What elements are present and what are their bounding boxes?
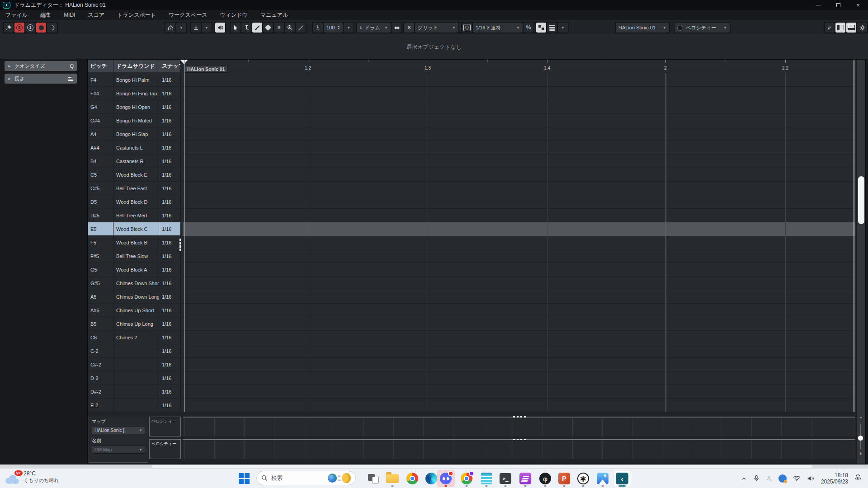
pin-icon[interactable]: [4, 23, 14, 33]
taskbar-app-chatgpt[interactable]: ∗: [574, 470, 592, 487]
taskbar-app-chrome-profile[interactable]: [458, 470, 476, 487]
menu-ウィンドウ[interactable]: ウィンドウ: [220, 11, 247, 19]
search-box[interactable]: 検索 ⇐⇐: [256, 471, 356, 485]
drum-row-E5[interactable]: E5Wood Block C1/16: [88, 222, 181, 236]
menu-ファイル[interactable]: ファイル: [5, 11, 28, 19]
colors-diamonds-icon[interactable]: ◆◆: [392, 23, 401, 33]
drum-row-G4[interactable]: G4Bongo Hi Open1/16: [88, 100, 181, 114]
microphone-icon[interactable]: [753, 475, 760, 482]
zoom-plus-button[interactable]: +: [856, 451, 865, 456]
taskbar-app-stack-app[interactable]: [516, 470, 534, 487]
menu-トランスポート[interactable]: トランスポート: [117, 11, 156, 19]
drum-row-C#-2[interactable]: C#-21/16: [88, 358, 181, 371]
sidebar-section-quantize[interactable]: ► クオンタイズ Q: [5, 61, 77, 71]
weather-widget[interactable]: 9+ 28°C くもりのち晴れ: [5, 470, 59, 484]
pen-person-icon[interactable]: [766, 475, 772, 482]
taskbar-app-cubase[interactable]: ‹: [613, 470, 631, 487]
menu-編集[interactable]: 編集: [40, 11, 51, 19]
timeline-ruler[interactable]: 1.21.31.422.2: [183, 60, 855, 72]
left-zone-toggle[interactable]: [835, 23, 845, 33]
velocity-lane-2[interactable]: [183, 439, 855, 459]
drum-row-C6[interactable]: C6Chimes 21/16: [88, 331, 181, 344]
drum-row-F#5[interactable]: F#5Bell Tree Slow1/16: [88, 249, 181, 263]
taskbar-app-phi-app[interactable]: φ: [536, 470, 554, 487]
back-icon[interactable]: ‹: [3, 2, 10, 9]
minimize-button[interactable]: [808, 0, 828, 10]
menu-マニュアル[interactable]: マニュアル: [260, 11, 288, 19]
drum-row-G5[interactable]: G5Wood Block A1/16: [88, 263, 181, 277]
speaker-icon[interactable]: [807, 475, 815, 482]
autoscroll-caret[interactable]: ▼: [202, 23, 212, 33]
taskbar-app-file-explorer[interactable]: [383, 470, 401, 487]
setup-gear-icon[interactable]: [857, 23, 867, 33]
drum-row-F#4[interactable]: F#4Bongo Hi Fing Tap1/16: [88, 87, 181, 100]
lower-zone-toggle[interactable]: [846, 23, 856, 33]
zoom-tool[interactable]: [285, 23, 295, 33]
drum-row-D#5[interactable]: D#5Bell Tree Med1/16: [88, 209, 181, 222]
close-button[interactable]: ×: [848, 0, 868, 10]
taskbar-app-powerpoint[interactable]: P: [555, 470, 573, 487]
grid-overlay-icon[interactable]: [536, 23, 546, 33]
record-button[interactable]: [36, 23, 46, 33]
event-colors-select[interactable]: L ドラム ▼: [357, 23, 391, 33]
name-select[interactable]: GM Map▼: [92, 446, 145, 454]
drum-row-B4[interactable]: B4Castanets R1/16: [88, 155, 181, 168]
insert-velocity-value[interactable]: 100▲▼: [324, 23, 343, 33]
eraser-tool[interactable]: [263, 23, 273, 33]
drum-row-G#4[interactable]: G#4Bongo Hi Muted1/16: [88, 114, 181, 127]
step-input-button[interactable]: 1: [25, 23, 35, 33]
horizontal-scrollbar[interactable]: [0, 465, 868, 468]
indicator-caret[interactable]: ▼: [558, 23, 568, 33]
playhead-marker[interactable]: [180, 60, 188, 64]
autoscroll-icon[interactable]: [191, 23, 201, 33]
drumstick-tool[interactable]: [252, 23, 262, 33]
snap-toggle[interactable]: ×: [404, 23, 414, 33]
maximize-button[interactable]: [828, 0, 848, 10]
menu-ワークスペース[interactable]: ワークスペース: [169, 11, 207, 19]
insert-velocity-icon[interactable]: [313, 23, 323, 33]
drum-row-A5[interactable]: A5Chimes Down Long1/16: [88, 290, 181, 304]
quantize-q-icon[interactable]: Q: [462, 23, 472, 33]
taskbar-app-photos[interactable]: [594, 470, 612, 487]
drum-row-D-2[interactable]: D-21/16: [88, 371, 181, 385]
start-button[interactable]: [235, 470, 253, 487]
drum-row-G#5[interactable]: G#5Chimes Down Short1/16: [88, 277, 181, 290]
column-header-snap[interactable]: スナップ: [159, 60, 181, 72]
drum-row-E-2[interactable]: E-21/16: [88, 399, 181, 412]
column-header-pitch[interactable]: ピッチ: [88, 60, 113, 72]
window-layout-icon[interactable]: [165, 23, 175, 33]
taskbar-app-notepad[interactable]: [477, 470, 495, 487]
drum-row-C5[interactable]: C5Wood Block E1/16: [88, 168, 181, 182]
drum-row-D5[interactable]: D5Wood Block D1/16: [88, 195, 181, 209]
acoustic-feedback-icon[interactable]: [47, 23, 57, 33]
drum-row-A#4[interactable]: A#4Castanets L1/16: [88, 141, 181, 155]
menu-MIDI[interactable]: MIDI: [64, 12, 75, 18]
horizontal-scrollbar-thumb[interactable]: [152, 465, 812, 468]
collapse-arrow-icon[interactable]: ↙: [825, 23, 835, 33]
layers-icon[interactable]: [547, 23, 557, 33]
drum-row-A4[interactable]: A4Bongo Hi Slap1/16: [88, 127, 181, 141]
map-select[interactable]: HALion Sonic [,▼: [92, 426, 145, 434]
note-grid[interactable]: [183, 73, 855, 412]
lane-label-velocity-2[interactable]: ベロシティー: [149, 439, 181, 459]
vertical-zoom-knob[interactable]: [858, 436, 863, 441]
snap-type-select[interactable]: グリッド▼: [415, 23, 458, 33]
wifi-icon[interactable]: [793, 475, 801, 482]
lane-label-velocity-1[interactable]: ベロシティー: [149, 417, 181, 436]
account-cloud-icon[interactable]: [778, 474, 787, 483]
drum-row-F4[interactable]: F4Bongo Hi Palm1/16: [88, 73, 181, 87]
hidden-icons-chevron[interactable]: [741, 476, 747, 482]
velocity-lane-1[interactable]: [183, 417, 855, 436]
insert-velocity-spinner[interactable]: ▲▼: [337, 25, 340, 30]
notification-bell-icon[interactable]: z: [854, 474, 862, 483]
insert-velocity-caret[interactable]: ▼: [344, 23, 354, 33]
column-header-drumsound[interactable]: ドラムサウンド: [113, 60, 159, 72]
drum-map-select[interactable]: HALion Sonic 01▼: [616, 23, 669, 33]
range-selection-tool[interactable]: [241, 23, 251, 33]
object-selection-tool[interactable]: [231, 23, 241, 33]
lane-handle-dashes[interactable]: [513, 439, 526, 440]
taskbar-app-chrome[interactable]: [403, 470, 421, 487]
vertical-scrollbar[interactable]: [856, 60, 865, 464]
drum-row-B5[interactable]: B5Chimes Up Long1/16: [88, 317, 181, 331]
taskbar-app-discord[interactable]: [437, 470, 455, 487]
